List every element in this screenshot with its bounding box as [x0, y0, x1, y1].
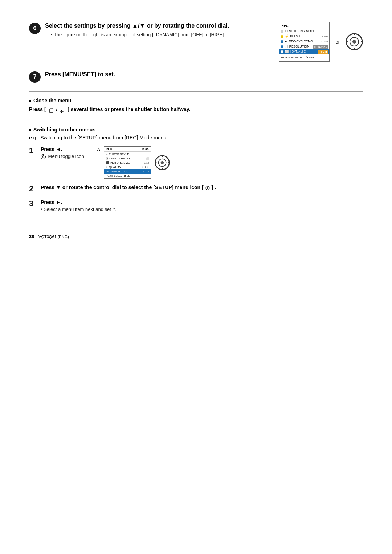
- substep-1-title: Press ◄.: [41, 146, 84, 152]
- setup-icon: [205, 186, 210, 191]
- cs1-val-2: OFF: [322, 34, 328, 38]
- svg-rect-5: [346, 41, 348, 42]
- cs1-val-3: LOW: [321, 40, 328, 44]
- cs1-row-2: ⚡ FLASH OFF: [279, 34, 329, 39]
- step-6-text: Select the settings by pressing ▲/▼ or b…: [45, 22, 271, 37]
- substep-1-with-image: Press ◄. A Menu toggle icon A REC: [41, 146, 363, 179]
- divider-2: [29, 121, 363, 121]
- substep-1-image-area: A REC 1/345 ☆ PHOTO STYLE: [97, 146, 170, 179]
- cs2-row-5: ISO SENSITIVITY AUTO: [104, 169, 151, 174]
- cs1-row-1: ☐ METERING MODE: [279, 29, 329, 34]
- switching-heading: Switching to other menus: [29, 127, 363, 133]
- substep-3-title: Press ►.: [41, 199, 363, 205]
- cs2-header-left: REC: [106, 147, 112, 151]
- or-text: or: [335, 39, 340, 45]
- cs1-label-2: ⚡ FLASH: [285, 34, 320, 39]
- switching-example: e.g.: Switching to the [SETUP] menu from…: [29, 135, 363, 140]
- cs2-val-2: ⬜: [146, 157, 149, 160]
- cs1-row-5: ⬜ I.DYNAMIC HIGH: [279, 49, 329, 54]
- page-number: 38: [29, 234, 34, 239]
- page-content: 6 Select the settings by pressing ▲/▼ or…: [29, 22, 363, 239]
- svg-rect-15: [155, 162, 156, 163]
- cs2-label-5: ISO SENSITIVITY: [106, 170, 140, 173]
- svg-rect-14: [162, 168, 163, 170]
- cs2-label-3: ⬛ PICTURE SIZE: [106, 161, 143, 164]
- step-6-title: Select the settings by pressing ▲/▼ or b…: [45, 22, 271, 30]
- cs1-val-5: HIGH: [318, 50, 328, 54]
- substep-3-number: 3: [29, 199, 37, 208]
- cs2-row-2: ⊡ ASPECT RATIO ⬜: [104, 156, 151, 160]
- step-7-content: Press [MENU/SET] to set.: [45, 70, 363, 81]
- step-6-with-image: Select the settings by pressing ▲/▼ or b…: [45, 22, 363, 62]
- bullet-dot: •: [51, 32, 54, 37]
- camera-screen-1: REC ☐ METERING MODE ⚡ FLASH OFF: [279, 22, 330, 62]
- step-6-number: 6: [29, 23, 41, 34]
- cs2-row-4: ✦ QUALITY ✦✦✦: [104, 165, 151, 169]
- cs1-row-4: ↕ I.RESOLUTION STANDARD: [279, 44, 329, 49]
- cs2-header-right: 1/345: [142, 147, 149, 151]
- cs1-label-1: ☐ METERING MODE: [285, 29, 326, 34]
- cs1-val-4: STANDARD: [313, 45, 328, 49]
- substep-3: 3 Press ►. • Select a menu item next and…: [29, 199, 363, 212]
- doc-id: VQT3Q61 (ENG): [38, 235, 69, 239]
- substep-2: 2 Press ▼ or rotate the control dial to …: [29, 184, 363, 193]
- cs2-header: REC 1/345: [104, 147, 151, 152]
- step-6-subtitle-text: The figure on the right is an example of…: [54, 32, 225, 37]
- cs2-label-1: ☆ PHOTO STYLE: [106, 152, 148, 156]
- cs2-val-3: L 1x: [144, 161, 149, 164]
- substep-2-number: 2: [29, 184, 37, 193]
- control-dial-2: [155, 155, 170, 170]
- label-a-outside: A: [97, 147, 100, 151]
- cs1-label-4: ↕ I.RESOLUTION: [285, 45, 311, 49]
- cs1-dot-2: [281, 35, 283, 38]
- svg-rect-16: [168, 162, 169, 163]
- page-footer: 38 VQT3Q61 (ENG): [29, 234, 363, 239]
- step-6-content: Select the settings by pressing ▲/▼ or b…: [45, 22, 363, 62]
- svg-rect-3: [354, 33, 355, 35]
- cs1-dot-3: [281, 40, 283, 43]
- cs2-label-2: ⊡ ASPECT RATIO: [106, 157, 145, 160]
- substep-3-detail: • Select a menu item next and set it.: [41, 207, 363, 212]
- svg-point-12: [160, 161, 164, 164]
- cs2-label-4: ✦ QUALITY: [106, 166, 140, 169]
- cs2-val-4: ✦✦✦: [142, 166, 149, 169]
- cs1-footer: ↩CANCEL SELECT✿ SET: [279, 55, 329, 60]
- substep-1-detail: A Menu toggle icon: [41, 154, 84, 159]
- substep-1-content: Press ◄. A Menu toggle icon A REC: [41, 146, 363, 179]
- cs1-dot-5: [281, 50, 283, 53]
- substep-1: 1 Press ◄. A Menu toggle icon A: [29, 146, 363, 179]
- label-a-circle: A: [41, 154, 46, 159]
- divider-1: [29, 91, 363, 92]
- step-6-block: 6 Select the settings by pressing ▲/▼ or…: [29, 22, 363, 62]
- step-6-image-area: REC ☐ METERING MODE ⚡ FLASH OFF: [279, 22, 363, 62]
- cs2-val-5: AUTO: [142, 170, 149, 173]
- substep-1-text: Press ◄. A Menu toggle icon: [41, 146, 84, 159]
- svg-rect-6: [361, 41, 363, 42]
- substep-3-content: Press ►. • Select a menu item next and s…: [41, 199, 363, 212]
- camera-screen-2: REC 1/345 ☆ PHOTO STYLE ⊡ ASPECT RATIO ⬜: [104, 146, 151, 179]
- cs1-label-5: ⬜ I.DYNAMIC: [285, 50, 317, 54]
- step-7-number: 7: [29, 71, 41, 83]
- substep-2-content: Press ▼ or rotate the control dial to se…: [41, 184, 363, 192]
- cs2-row-1: ☆ PHOTO STYLE: [104, 152, 151, 156]
- cs1-header: REC: [279, 24, 329, 28]
- cs1-dot-1: [281, 30, 283, 33]
- step-7-block: 7 Press [MENU/SET] to set.: [29, 70, 363, 83]
- svg-rect-7: [49, 109, 53, 112]
- cs2-footer: ↩EXIT SELECT✿ SET: [104, 174, 151, 178]
- svg-point-18: [207, 187, 208, 189]
- return-icon: [60, 107, 65, 113]
- cs2-row-3: ⬛ PICTURE SIZE L 1x: [104, 160, 151, 165]
- close-menu-instruction: Press [ / ] several times or press the s…: [29, 106, 363, 113]
- control-dial-1: [346, 33, 363, 50]
- switching-section: Switching to other menus e.g.: Switching…: [29, 127, 363, 212]
- svg-rect-13: [162, 155, 163, 157]
- close-menu-section: Close the menu Press [ / ] several times…: [29, 98, 363, 113]
- trash-icon: [48, 107, 54, 113]
- close-menu-heading: Close the menu: [29, 98, 363, 103]
- cs1-dot-4: [281, 45, 283, 48]
- substep-2-title: Press ▼ or rotate the control dial to se…: [41, 184, 363, 190]
- svg-point-2: [352, 40, 356, 44]
- cs1-row-3: ↩ REC-EYE-REMO LOW: [279, 39, 329, 44]
- step-6-subtitle: • The figure on the right is an example …: [51, 32, 271, 37]
